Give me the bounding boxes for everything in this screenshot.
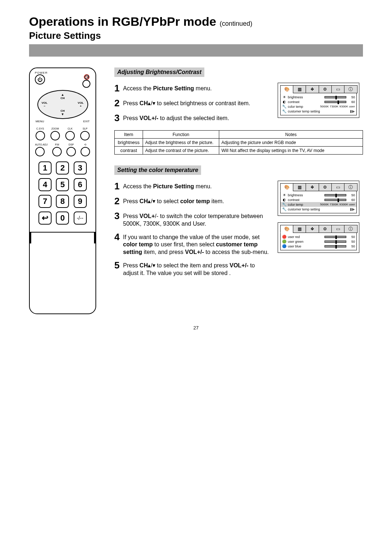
osd-row: 🔧customer temp setting▮▶ (282, 109, 355, 114)
osd-tab: ▭ (331, 85, 345, 93)
keypad-key: 7 (38, 195, 52, 208)
instruction-step: 1Access the Picture Setting menu. (114, 83, 270, 94)
keypad-key: 2 (56, 161, 69, 175)
keypad-key: 0 (56, 212, 69, 225)
remote-small-button: SLP (80, 127, 90, 140)
osd-tab: ❖ (306, 225, 319, 233)
osd-panel-1: 🎨▦❖⚙▭ⓘ☀brightness50◐contrast60🔧color tem… (278, 83, 359, 118)
osd-row: 🟢user green50 (282, 239, 355, 244)
osd-tab: 🎨 (280, 85, 294, 93)
keypad-key: 8 (56, 195, 69, 208)
remote-small-button: P.M (52, 143, 62, 156)
osd-tab: ⓘ (344, 85, 358, 93)
instruction-step: 2Press CH▴/▾ to select color temp item. (114, 196, 270, 207)
osd-tab: ❖ (306, 85, 319, 93)
instruction-step: 5Press CH▴/▾ to select the item and pres… (114, 260, 270, 277)
power-label: POWER (35, 71, 48, 74)
table-row: brightnessAdjust the brightness of the p… (115, 139, 363, 147)
osd-row: ☀brightness50 (282, 95, 355, 99)
osd-row: 🔴user red50 (282, 234, 355, 239)
section-heading: Picture Settings (29, 30, 363, 41)
remote-small-button: DSP (66, 143, 76, 156)
remote-small-button: C.SYS (36, 127, 45, 140)
menu-label: MENU (36, 120, 44, 123)
keypad-key: 9 (74, 195, 87, 208)
osd-tab: ▦ (293, 183, 306, 191)
remote-small-button: CLK (65, 127, 75, 140)
keypad-key: ↩ (38, 212, 52, 225)
table-header: Item (115, 131, 143, 139)
osd-tab: ▭ (331, 225, 345, 233)
table-header: Notes (219, 131, 363, 139)
osd-tab: 🎨 (280, 225, 294, 233)
keypad-key: 6 (74, 178, 87, 191)
osd-tab: ▦ (293, 225, 306, 233)
osd-tab: ⚙ (319, 225, 332, 233)
keypad-key: 5 (56, 178, 69, 191)
osd-tab: ⚙ (319, 183, 332, 191)
instruction-step: 3Press VOL+/- to adjust the selected ite… (114, 112, 270, 124)
page-number: 27 (29, 325, 363, 331)
function-table: ItemFunctionNotes brightnessAdjust the b… (114, 130, 363, 155)
subsection-heading-2: Setting the color temperature (114, 165, 201, 175)
decorative-bar (29, 44, 363, 57)
nav-pad: ▲CH CH▼ VOL− VOL+ (37, 90, 88, 119)
remote-control-diagram: POWER ⏻ 🔇 ▲CH CH▼ VOL− VOL+ MENU EXIT C.… (29, 67, 96, 314)
instruction-step: 1Access the Picture Setting menu. (114, 181, 270, 192)
osd-row: ◐contrast60 (282, 99, 355, 104)
mute-icon: 🔇 (82, 74, 90, 80)
instruction-step: 3Press VOL+/- to switch the color temper… (114, 210, 270, 228)
remote-small-button: AUTO.ADJ (35, 143, 48, 156)
osd-tab: ⓘ (344, 225, 358, 233)
remote-small-button: ⟲ (81, 143, 90, 156)
osd-panel-3: 🎨▦❖⚙▭ⓘ🔴user red50🟢user green50🔵user blue… (278, 222, 359, 253)
power-button: ⏻ (35, 74, 45, 85)
page-title: Operations in RGB/YPbPr mode (continued) (29, 15, 363, 29)
osd-tab: ⚙ (319, 85, 332, 93)
remote-small-button: ZOOM (50, 127, 60, 140)
keypad-key: 1 (38, 161, 52, 175)
osd-row: 🔧color temp5000K 7300K 9300K user (282, 104, 355, 109)
osd-tab: ▦ (293, 85, 306, 93)
mute-button (82, 80, 90, 88)
osd-tab: 🎨 (280, 183, 294, 191)
table-row: contrastAdjust the contrast of the pictu… (115, 147, 363, 155)
keypad-key: 3 (74, 161, 87, 175)
osd-panel-2: 🎨▦❖⚙▭ⓘ☀brightness50◐contrast60🔧color tem… (278, 181, 359, 216)
subsection-heading-1: Adjusting Brightness/Contrast (114, 67, 204, 77)
instruction-step: 2Press CH▴/▾ to select brightness or con… (114, 98, 270, 109)
osd-row: 🔧color temp5000K 7300K 9300K user (281, 202, 356, 207)
table-header: Function (143, 131, 219, 139)
exit-label: EXIT (83, 120, 90, 123)
osd-row: 🔵user blue50 (282, 244, 355, 249)
osd-tab: ▭ (331, 183, 345, 191)
keypad-key: -/-- (74, 212, 87, 225)
osd-row: ☀brightness50 (282, 193, 355, 197)
instruction-step: 4If you want to change the value of the … (114, 231, 270, 256)
osd-row: ◐contrast60 (282, 197, 355, 202)
osd-row: 🔧customer temp setting▮▶ (282, 207, 355, 212)
osd-tab: ⓘ (344, 183, 358, 191)
keypad-key: 4 (38, 178, 52, 191)
osd-tab: ❖ (306, 183, 319, 191)
